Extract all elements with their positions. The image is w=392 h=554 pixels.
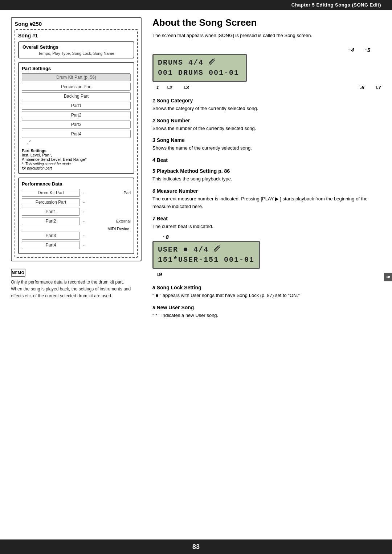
percussion-part-item: Percussion Part — [22, 83, 131, 91]
perf-arrow-p1: ← — [82, 209, 131, 214]
overall-settings-items: Tempo, Play Type, Song Lock, Song Name — [23, 51, 130, 56]
part-footnote-asterisk1: *: This setting cannot be made — [22, 162, 71, 166]
part-footnote-line2: Ambience Send Level, Bend Range* — [22, 157, 87, 162]
perf-row-part4: Part4 ← — [22, 241, 131, 249]
slash-divider: ⟋ — [22, 138, 131, 146]
song250-box: Song #250 Song #1 Overall Settings Tempo… — [11, 17, 142, 261]
perf-part3: Part3 — [22, 232, 80, 240]
drum-kit-part-item: Drum Kit Part (p. 56) — [22, 73, 131, 81]
section8-desc: " ■ " appears with User songs that have … — [152, 292, 381, 300]
section6-heading: 6 Measure Number — [152, 188, 381, 194]
memo-line1: Only the performance data is recorded to… — [11, 280, 124, 285]
perf-arrow-p3: ← — [82, 233, 131, 238]
part2-item: Part2 — [22, 111, 131, 119]
overall-settings-title: Overall Settings — [23, 44, 130, 50]
chapter-header: Chapter 5 Editing Songs (SONG Edit) — [0, 0, 392, 10]
lcd1-row2: 001 DRUMS 001-01 — [158, 68, 241, 78]
perf-arrow-p4: ← — [82, 243, 131, 247]
perf-drum-kit: Drum Kit Part — [22, 189, 80, 197]
lcd1-row1: DRUMS 4/4 ␥ — [158, 58, 241, 68]
song250-label: Song #250 — [15, 21, 138, 27]
perf-arrow-drum: ← — [82, 191, 121, 195]
memo-section: MEMO Only the performance data is record… — [11, 269, 142, 300]
right-column: About the Song Screen The screen that ap… — [152, 17, 381, 321]
section-9: 9 New User Song " * " indicates a new Us… — [152, 305, 381, 319]
section1-heading: 1 Song Category — [152, 98, 381, 103]
footer-bar: 83 — [0, 539, 392, 554]
lcd-screen-1: DRUMS 4/4 ␥ 001 DRUMS 001-01 — [152, 54, 247, 82]
num2-label-bottom: └2 — [166, 84, 172, 90]
num9-label-bottom: └9 — [156, 271, 162, 277]
lcd-screen-2: USER ■ 4/4 ␥ 151*USER-151 001-01 — [152, 241, 260, 269]
section6-desc: The current measure number is indicated.… — [152, 195, 381, 211]
perf-row-percussion: Percussion Part ← — [22, 198, 131, 206]
section-6: 6 Measure Number The current measure num… — [152, 188, 381, 211]
page-title: About the Song Screen — [152, 17, 381, 28]
num1-label-bottom: 1 — [156, 84, 159, 90]
sections-list: 1 Song Category Shows the category of th… — [152, 98, 381, 231]
section5-desc: This indicates the song playback type. — [152, 175, 381, 183]
perf-arrow-p2: ← — [82, 219, 114, 223]
section-2: 2 Song Number Shows the number of the cu… — [152, 118, 381, 133]
song1-box: Song #1 Overall Settings Tempo, Play Typ… — [15, 29, 138, 258]
section-8: 8 Song Lock Setting " ■ " appears with U… — [152, 285, 381, 300]
page-number: 83 — [192, 543, 200, 551]
memo-icon: MEMO — [11, 269, 25, 277]
section-4: 4 Beat — [152, 157, 381, 163]
part4-item: Part4 — [22, 130, 131, 138]
section2-desc: Shows the number of the currently select… — [152, 125, 381, 133]
num3-label-bottom: └3 — [183, 84, 189, 90]
part-settings-outer: Part Settings Drum Kit Part (p. 56) Perc… — [18, 62, 134, 174]
memo-icon-row: MEMO — [11, 269, 142, 277]
section-1: 1 Song Category Shows the category of th… — [152, 98, 381, 113]
intro-text: The screen that appears when [SONG] is p… — [152, 32, 381, 40]
left-column: Song #250 Song #1 Overall Settings Tempo… — [11, 17, 142, 321]
part-footnote-asterisk2: for percussion part — [22, 166, 52, 170]
perf-pad-label: Pad — [123, 191, 131, 195]
perf-part4: Part4 — [22, 241, 80, 249]
backing-part-item: Backing Part — [22, 92, 131, 100]
lcd2-row1: USER ■ 4/4 ␥ — [158, 245, 254, 255]
part1-item: Part1 — [22, 102, 131, 110]
num4-label-top: ⌐4 — [348, 47, 354, 53]
section7-desc: The current beat is indicated. — [152, 223, 381, 231]
section7-heading: 7 Beat — [152, 216, 381, 221]
perf-arrow-perc: ← — [82, 200, 131, 204]
section9-desc: " * " indicates a new User song. — [152, 312, 381, 319]
part3-item: Part3 — [22, 121, 131, 129]
part-footnote-line1: Inst, Level, Pan*, — [22, 153, 52, 157]
memo-line3: effects etc. of the current selected dru… — [11, 293, 112, 298]
perf-external-label: External — [116, 219, 131, 223]
side-tab: 5 — [384, 273, 392, 281]
section4-heading: 4 Beat — [152, 157, 381, 163]
part-settings-title: Part Settings — [22, 66, 131, 71]
section-5: 5 Playback Method Setting p. 86 This ind… — [152, 168, 381, 183]
section9-heading: 9 New User Song — [152, 305, 381, 310]
memo-line2: When the song is played back, the settin… — [11, 286, 131, 292]
memo-text: Only the performance data is recorded to… — [11, 279, 142, 300]
performance-data-box: Performance Data Drum Kit Part ← Pad Per… — [18, 178, 134, 254]
section8-heading: 8 Song Lock Setting — [152, 285, 381, 290]
lcd1-diagram: ⌐4 ⌐5 DRUMS 4/4 ␥ 001 DRUMS 001-01 1 └2 — [152, 47, 381, 90]
overall-settings-box: Overall Settings Tempo, Play Type, Song … — [18, 41, 134, 58]
perf-row-part2: Part2 ← External — [22, 217, 131, 225]
perf-midi-label: MIDI Device — [22, 227, 131, 231]
lcd2-diagram: ⌐8 USER ■ 4/4 ␥ 151*USER-151 001-01 └9 — [152, 234, 381, 277]
song1-label: Song #1 — [18, 33, 134, 38]
lcd2-row2: 151*USER-151 001-01 — [158, 255, 254, 265]
section1-desc: Shows the category of the currently sele… — [152, 105, 381, 113]
part-footnote-title: Part Settings — [22, 148, 46, 153]
perf-part1: Part1 — [22, 208, 80, 216]
section-3: 3 Song Name Shows the name of the curren… — [152, 137, 381, 152]
perf-row-part1: Part1 ← — [22, 208, 131, 216]
section3-desc: Shows the name of the currently selected… — [152, 144, 381, 152]
section5-heading: 5 Playback Method Setting p. 86 — [152, 168, 381, 174]
perf-row-drum: Drum Kit Part ← Pad — [22, 189, 131, 197]
perf-row-part3: Part3 ← — [22, 232, 131, 240]
perf-part2: Part2 — [22, 217, 80, 225]
section3-heading: 3 Song Name — [152, 137, 381, 143]
num6-label-bottom: └6 — [359, 84, 364, 90]
num7-label-bottom: └7 — [375, 84, 381, 90]
section-7: 7 Beat The current beat is indicated. — [152, 216, 381, 231]
num8-label-top: ⌐8 — [163, 234, 169, 240]
